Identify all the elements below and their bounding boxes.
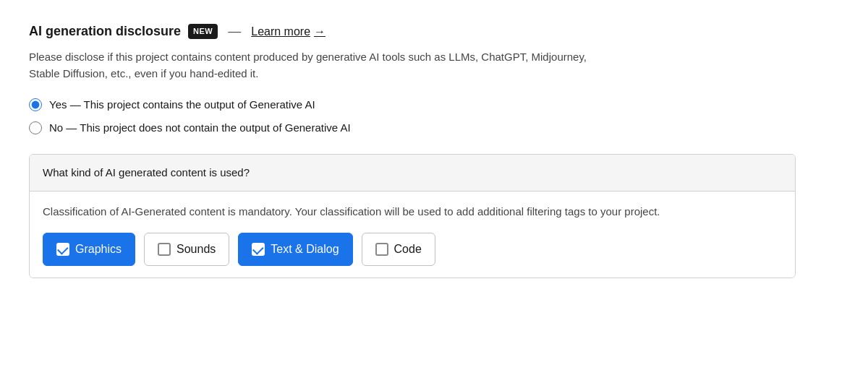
content-box-header: What kind of AI generated content is use… [30, 155, 795, 192]
content-box-body: Classification of AI-Generated content i… [30, 192, 795, 278]
section-title: AI generation disclosure [29, 22, 181, 41]
new-badge: NEW [188, 24, 218, 39]
checkbox-icon-graphics [56, 243, 69, 256]
radio-no[interactable]: No — This project does not contain the o… [29, 120, 839, 137]
checkbox-group: GraphicsSoundsText & DialogCode [43, 233, 782, 266]
checkbox-icon-code [375, 243, 388, 256]
checkbox-label-sounds: Sounds [176, 241, 216, 258]
radio-no-input[interactable] [29, 121, 42, 134]
learn-more-arrow: → [314, 23, 326, 40]
radio-yes-input[interactable] [29, 98, 42, 111]
description-text: Please disclose if this project contains… [29, 48, 593, 82]
checkbox-text-dialog[interactable]: Text & Dialog [238, 233, 352, 266]
ai-disclosure-section: AI generation disclosure NEW — Learn mor… [29, 22, 839, 278]
checkbox-label-code: Code [394, 241, 422, 258]
separator: — [228, 22, 241, 41]
section-title-row: AI generation disclosure NEW — Learn mor… [29, 22, 839, 41]
checkbox-label-text-dialog: Text & Dialog [271, 241, 339, 258]
ai-content-box: What kind of AI generated content is use… [29, 154, 796, 279]
learn-more-link[interactable]: Learn more → [251, 23, 326, 40]
checkbox-label-graphics: Graphics [75, 241, 122, 258]
radio-yes-label: Yes — This project contains the output o… [49, 97, 315, 113]
checkbox-sounds[interactable]: Sounds [144, 233, 229, 266]
checkbox-icon-text-dialog [252, 243, 265, 256]
checkbox-icon-sounds [158, 243, 171, 256]
learn-more-label: Learn more [251, 23, 310, 40]
content-box-body-text: Classification of AI-Generated content i… [43, 203, 782, 220]
checkbox-graphics[interactable]: Graphics [43, 233, 135, 266]
radio-yes[interactable]: Yes — This project contains the output o… [29, 97, 839, 113]
radio-group: Yes — This project contains the output o… [29, 97, 839, 137]
radio-no-label: No — This project does not contain the o… [49, 120, 351, 137]
checkbox-code[interactable]: Code [362, 233, 435, 266]
